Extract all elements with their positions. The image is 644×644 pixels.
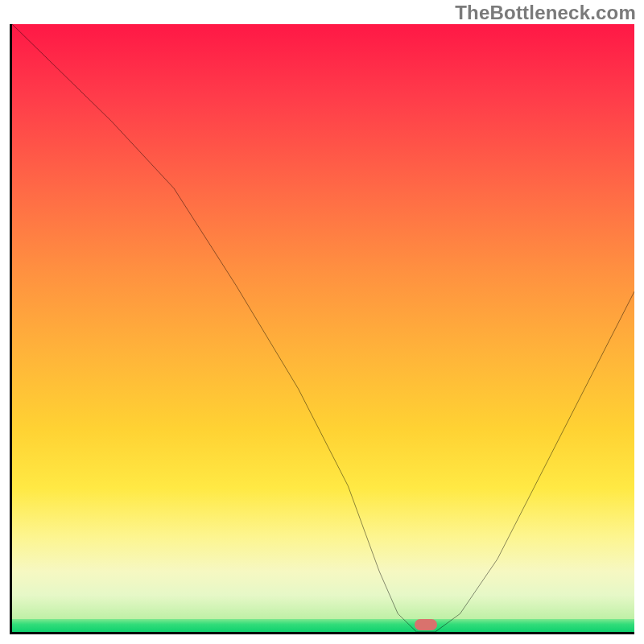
optimal-marker	[415, 619, 437, 630]
bottleneck-curve	[12, 24, 634, 632]
chart-stage: TheBottleneck.com	[0, 0, 644, 644]
watermark-text: TheBottleneck.com	[455, 2, 636, 24]
plot-area	[10, 24, 634, 634]
